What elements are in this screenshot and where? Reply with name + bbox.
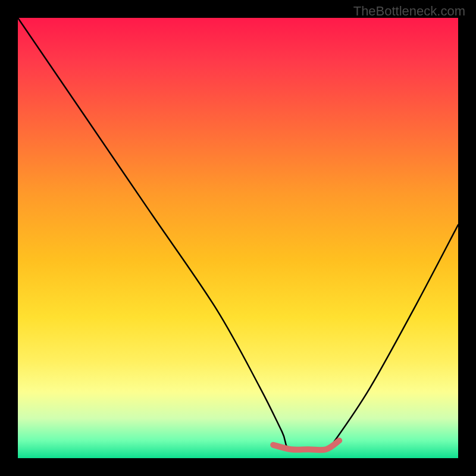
watermark-text: TheBottleneck.com <box>353 4 465 19</box>
plot-background <box>18 18 458 458</box>
chart-container: TheBottleneck.com <box>0 0 476 476</box>
